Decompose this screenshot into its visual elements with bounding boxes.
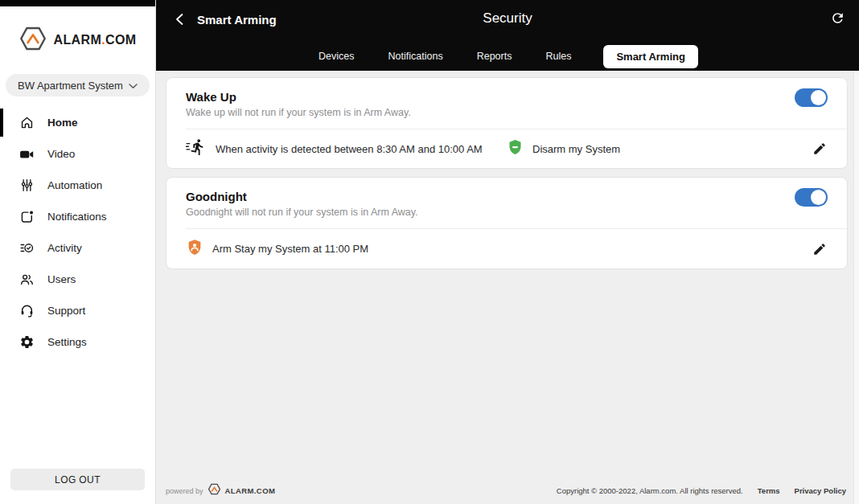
terms-link[interactable]: Terms <box>758 486 780 495</box>
sidebar-item-label: Settings <box>47 336 87 348</box>
sidebar-item-label: Support <box>47 305 85 317</box>
running-person-icon <box>186 138 207 159</box>
toggle-knob <box>811 190 826 205</box>
wake-up-toggle[interactable] <box>795 88 828 107</box>
sidebar-item-video[interactable]: Video <box>0 138 155 170</box>
tab-notifications[interactable]: Notifications <box>387 44 445 68</box>
sidebar-item-home[interactable]: Home <box>0 107 155 138</box>
page-footer: powered by ALARM.COM Copyright © 2000-20… <box>166 483 848 504</box>
home-icon <box>18 115 35 131</box>
chevron-down-icon <box>129 80 138 92</box>
headset-icon <box>18 303 35 319</box>
goodnight-scene-header: Goodnight Goodnight will not run if your… <box>166 178 847 228</box>
wake-up-scene-header: Wake Up Wake up will not run if your sys… <box>166 78 847 129</box>
wake-up-rule-row: When activity is detected between 8:30 A… <box>166 129 847 168</box>
scene-title: Goodnight <box>186 190 828 203</box>
sidebar-item-notifications[interactable]: Notifications <box>0 201 155 232</box>
scene-description: Goodnight will not run if your system is… <box>186 207 828 218</box>
sidebar-item-support[interactable]: Support <box>0 295 155 326</box>
sidebar-item-label: Notifications <box>47 211 107 223</box>
privacy-policy-link[interactable]: Privacy Policy <box>795 486 846 495</box>
alarm-hexagon-logo-icon <box>18 26 47 55</box>
tab-devices[interactable]: Devices <box>317 44 356 68</box>
back-chevron-icon[interactable] <box>174 12 188 27</box>
tab-rules[interactable]: Rules <box>544 44 573 68</box>
scene-title: Wake Up <box>186 90 828 104</box>
sidebar-item-label: Home <box>47 117 78 129</box>
arm-stay-shield-icon <box>186 238 203 260</box>
scene-description: Wake up will not run if your system is i… <box>186 107 828 118</box>
logo-wordmark: ALARM.COM <box>53 33 136 47</box>
smart-arming-content: Wake Up Wake up will not run if your sys… <box>156 71 859 504</box>
tab-reports[interactable]: Reports <box>475 44 514 68</box>
rule-trigger-text: When activity is detected between 8:30 A… <box>216 143 483 155</box>
sidebar: ALARM.COM BW Apartment System Home Video <box>0 0 156 504</box>
gear-icon <box>18 334 35 350</box>
sidebar-spacer <box>0 358 155 469</box>
wake-up-scene-card: Wake Up Wake up will not run if your sys… <box>166 77 848 169</box>
log-out-button[interactable]: LOG OUT <box>10 469 145 490</box>
vertical-scrollbar[interactable] <box>853 71 859 504</box>
sidebar-item-settings[interactable]: Settings <box>0 326 155 358</box>
sidebar-item-label: Users <box>47 273 76 285</box>
page-header: Smart Arming Security Devices Notificati… <box>156 0 859 71</box>
video-camera-icon <box>18 146 35 162</box>
sidebar-item-automation[interactable]: Automation <box>0 170 155 201</box>
users-icon <box>18 272 35 288</box>
sliders-icon <box>18 178 35 194</box>
toggle-knob <box>811 90 826 105</box>
refresh-icon[interactable] <box>830 10 846 27</box>
app-window: ALARM.COM BW Apartment System Home Video <box>0 0 859 504</box>
security-tabs: Devices Notifications Reports Rules Smar… <box>156 44 859 68</box>
back-button-label[interactable]: Smart Arming <box>197 13 277 27</box>
goodnight-toggle[interactable] <box>795 188 828 207</box>
powered-by-label: powered by <box>166 487 203 495</box>
sidebar-item-label: Video <box>47 148 75 160</box>
sidebar-item-label: Automation <box>47 179 102 191</box>
disarm-shield-icon <box>507 138 524 159</box>
sidebar-top-strip <box>0 0 155 6</box>
notification-square-icon <box>18 209 35 225</box>
edit-pencil-icon[interactable] <box>812 241 828 257</box>
sidebar-item-label: Activity <box>47 242 82 254</box>
footer-logo-wordmark: ALARM.COM <box>225 486 276 495</box>
tab-smart-arming[interactable]: Smart Arming <box>603 45 697 68</box>
main-panel: Smart Arming Security Devices Notificati… <box>156 0 859 504</box>
copyright-text: Copyright © 2000-2022, Alarm.com. All ri… <box>557 486 743 495</box>
footer-hexagon-logo-icon <box>208 483 221 498</box>
page-title: Security <box>483 10 532 27</box>
rule-trigger-text: Arm Stay my System at 11:00 PM <box>212 243 368 255</box>
goodnight-rule-row: Arm Stay my System at 11:00 PM <box>166 229 847 268</box>
sidebar-item-activity[interactable]: Activity <box>0 232 155 264</box>
edit-pencil-icon[interactable] <box>812 141 828 157</box>
rule-action-text: Disarm my System <box>532 143 620 155</box>
sidebar-item-users[interactable]: Users <box>0 264 155 295</box>
goodnight-scene-card: Goodnight Goodnight will not run if your… <box>166 177 848 269</box>
activity-check-icon <box>18 240 35 256</box>
system-selector-dropdown[interactable]: BW Apartment System <box>6 74 150 96</box>
sidebar-nav: Home Video Automation <box>0 107 155 358</box>
system-selector-label: BW Apartment System <box>18 80 123 92</box>
alarm-com-logo: ALARM.COM <box>0 6 155 74</box>
